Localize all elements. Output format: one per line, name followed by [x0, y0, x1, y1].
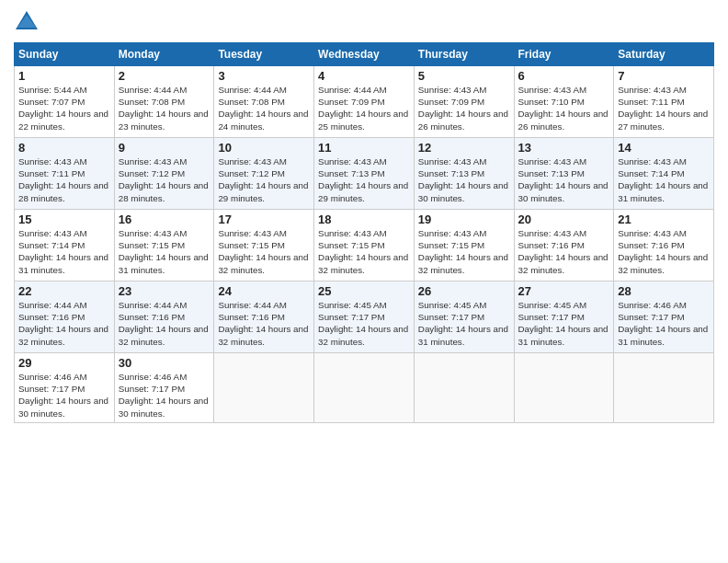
cell-info: Sunrise: 4:44 AM Sunset: 7:16 PM Dayligh…	[119, 299, 210, 348]
calendar-cell: 7 Sunrise: 4:43 AM Sunset: 7:11 PM Dayli…	[614, 66, 714, 138]
calendar-cell: 5 Sunrise: 4:43 AM Sunset: 7:09 PM Dayli…	[414, 66, 514, 138]
cell-info: Sunrise: 4:45 AM Sunset: 7:17 PM Dayligh…	[518, 299, 610, 348]
cell-info: Sunrise: 4:45 AM Sunset: 7:17 PM Dayligh…	[318, 299, 410, 348]
cell-info: Sunrise: 4:43 AM Sunset: 7:15 PM Dayligh…	[218, 227, 310, 276]
header	[14, 9, 714, 35]
calendar-cell: 11 Sunrise: 4:43 AM Sunset: 7:13 PM Dayl…	[314, 138, 415, 210]
calendar-cell: 17 Sunrise: 4:43 AM Sunset: 7:15 PM Dayl…	[214, 210, 314, 282]
calendar-cell	[314, 353, 415, 423]
cell-info: Sunrise: 4:43 AM Sunset: 7:14 PM Dayligh…	[618, 155, 710, 204]
calendar-cell: 9 Sunrise: 4:43 AM Sunset: 7:12 PM Dayli…	[114, 138, 214, 210]
cell-info: Sunrise: 4:43 AM Sunset: 7:15 PM Dayligh…	[418, 227, 510, 276]
calendar-cell: 28 Sunrise: 4:46 AM Sunset: 7:17 PM Dayl…	[614, 282, 714, 353]
day-number: 14	[618, 141, 710, 155]
day-number: 6	[518, 69, 610, 83]
cell-info: Sunrise: 4:44 AM Sunset: 7:08 PM Dayligh…	[218, 84, 310, 132]
logo	[14, 9, 43, 35]
day-number: 18	[318, 213, 410, 226]
day-header-wednesday: Wednesday	[314, 43, 415, 66]
calendar-cell: 6 Sunrise: 4:43 AM Sunset: 7:10 PM Dayli…	[514, 66, 614, 138]
calendar-cell	[214, 353, 314, 423]
cell-info: Sunrise: 4:43 AM Sunset: 7:13 PM Dayligh…	[418, 155, 510, 204]
calendar-cell: 2 Sunrise: 4:44 AM Sunset: 7:08 PM Dayli…	[114, 66, 214, 138]
calendar-cell: 26 Sunrise: 4:45 AM Sunset: 7:17 PM Dayl…	[414, 282, 514, 353]
page: SundayMondayTuesdayWednesdayThursdayFrid…	[0, 0, 728, 563]
day-number: 26	[418, 284, 510, 298]
logo-icon	[14, 9, 40, 35]
week-row-3: 15 Sunrise: 4:43 AM Sunset: 7:14 PM Dayl…	[15, 210, 714, 282]
day-number: 17	[218, 213, 310, 226]
calendar-cell: 29 Sunrise: 4:46 AM Sunset: 7:17 PM Dayl…	[15, 353, 115, 423]
day-number: 15	[18, 213, 110, 226]
calendar-cell: 4 Sunrise: 4:44 AM Sunset: 7:09 PM Dayli…	[314, 66, 415, 138]
calendar-cell: 25 Sunrise: 4:45 AM Sunset: 7:17 PM Dayl…	[314, 282, 415, 353]
calendar-cell: 18 Sunrise: 4:43 AM Sunset: 7:15 PM Dayl…	[314, 210, 415, 282]
calendar-cell: 3 Sunrise: 4:44 AM Sunset: 7:08 PM Dayli…	[214, 66, 314, 138]
day-number: 1	[18, 69, 110, 83]
cell-info: Sunrise: 4:43 AM Sunset: 7:09 PM Dayligh…	[418, 84, 510, 132]
day-number: 13	[518, 141, 610, 155]
day-number: 27	[518, 284, 610, 298]
day-number: 24	[218, 284, 310, 298]
day-number: 25	[318, 284, 410, 298]
day-number: 9	[119, 141, 210, 155]
day-number: 16	[119, 213, 210, 226]
cell-info: Sunrise: 4:43 AM Sunset: 7:15 PM Dayligh…	[119, 227, 210, 276]
cell-info: Sunrise: 4:43 AM Sunset: 7:13 PM Dayligh…	[318, 155, 410, 204]
cell-info: Sunrise: 4:44 AM Sunset: 7:16 PM Dayligh…	[218, 299, 310, 348]
calendar-cell: 13 Sunrise: 4:43 AM Sunset: 7:13 PM Dayl…	[514, 138, 614, 210]
calendar-cell: 8 Sunrise: 4:43 AM Sunset: 7:11 PM Dayli…	[15, 138, 115, 210]
cell-info: Sunrise: 4:45 AM Sunset: 7:17 PM Dayligh…	[418, 299, 510, 348]
cell-info: Sunrise: 4:44 AM Sunset: 7:08 PM Dayligh…	[119, 84, 210, 132]
day-number: 3	[218, 69, 310, 83]
day-number: 20	[518, 213, 610, 226]
calendar-cell	[514, 353, 614, 423]
cell-info: Sunrise: 4:43 AM Sunset: 7:11 PM Dayligh…	[18, 155, 110, 204]
week-row-1: 1 Sunrise: 5:44 AM Sunset: 7:07 PM Dayli…	[15, 66, 714, 138]
day-number: 5	[418, 69, 510, 83]
day-header-sunday: Sunday	[15, 43, 115, 66]
calendar-cell: 22 Sunrise: 4:44 AM Sunset: 7:16 PM Dayl…	[15, 282, 115, 353]
day-number: 7	[618, 69, 710, 83]
calendar-cell: 15 Sunrise: 4:43 AM Sunset: 7:14 PM Dayl…	[15, 210, 115, 282]
day-number: 8	[18, 141, 110, 155]
calendar-cell: 23 Sunrise: 4:44 AM Sunset: 7:16 PM Dayl…	[114, 282, 214, 353]
calendar-cell: 21 Sunrise: 4:43 AM Sunset: 7:16 PM Dayl…	[614, 210, 714, 282]
calendar-cell: 10 Sunrise: 4:43 AM Sunset: 7:12 PM Dayl…	[214, 138, 314, 210]
day-number: 29	[18, 356, 110, 370]
cell-info: Sunrise: 4:43 AM Sunset: 7:16 PM Dayligh…	[618, 227, 710, 276]
header-row: SundayMondayTuesdayWednesdayThursdayFrid…	[15, 43, 714, 66]
calendar-cell: 16 Sunrise: 4:43 AM Sunset: 7:15 PM Dayl…	[114, 210, 214, 282]
calendar-cell: 1 Sunrise: 5:44 AM Sunset: 7:07 PM Dayli…	[15, 66, 115, 138]
cell-info: Sunrise: 4:43 AM Sunset: 7:12 PM Dayligh…	[218, 155, 310, 204]
day-number: 19	[418, 213, 510, 226]
cell-info: Sunrise: 4:43 AM Sunset: 7:13 PM Dayligh…	[518, 155, 610, 204]
day-number: 4	[318, 69, 410, 83]
cell-info: Sunrise: 4:43 AM Sunset: 7:16 PM Dayligh…	[518, 227, 610, 276]
cell-info: Sunrise: 5:44 AM Sunset: 7:07 PM Dayligh…	[18, 84, 110, 132]
cell-info: Sunrise: 4:46 AM Sunset: 7:17 PM Dayligh…	[119, 371, 210, 419]
calendar-cell	[614, 353, 714, 423]
calendar-cell: 30 Sunrise: 4:46 AM Sunset: 7:17 PM Dayl…	[114, 353, 214, 423]
cell-info: Sunrise: 4:44 AM Sunset: 7:09 PM Dayligh…	[318, 84, 410, 132]
calendar-cell: 27 Sunrise: 4:45 AM Sunset: 7:17 PM Dayl…	[514, 282, 614, 353]
day-header-monday: Monday	[114, 43, 214, 66]
cell-info: Sunrise: 4:43 AM Sunset: 7:14 PM Dayligh…	[18, 227, 110, 276]
day-number: 12	[418, 141, 510, 155]
day-number: 10	[218, 141, 310, 155]
day-header-tuesday: Tuesday	[214, 43, 314, 66]
week-row-5: 29 Sunrise: 4:46 AM Sunset: 7:17 PM Dayl…	[15, 353, 714, 423]
day-header-thursday: Thursday	[414, 43, 514, 66]
cell-info: Sunrise: 4:43 AM Sunset: 7:15 PM Dayligh…	[318, 227, 410, 276]
week-row-2: 8 Sunrise: 4:43 AM Sunset: 7:11 PM Dayli…	[15, 138, 714, 210]
cell-info: Sunrise: 4:43 AM Sunset: 7:12 PM Dayligh…	[119, 155, 210, 204]
day-number: 28	[618, 284, 710, 298]
calendar-cell: 20 Sunrise: 4:43 AM Sunset: 7:16 PM Dayl…	[514, 210, 614, 282]
svg-marker-1	[17, 15, 36, 28]
calendar-cell: 14 Sunrise: 4:43 AM Sunset: 7:14 PM Dayl…	[614, 138, 714, 210]
day-number: 30	[119, 356, 210, 370]
calendar-cell: 12 Sunrise: 4:43 AM Sunset: 7:13 PM Dayl…	[414, 138, 514, 210]
calendar-table: SundayMondayTuesdayWednesdayThursdayFrid…	[14, 42, 714, 423]
day-number: 23	[119, 284, 210, 298]
day-number: 21	[618, 213, 710, 226]
